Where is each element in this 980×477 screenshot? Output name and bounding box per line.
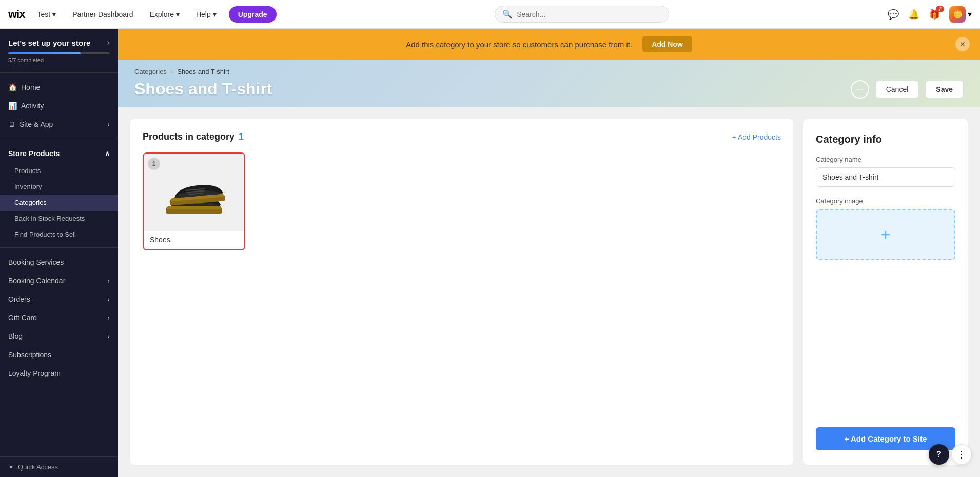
inventory-label: Inventory <box>14 183 42 190</box>
upgrade-button[interactable]: Upgrade <box>229 6 277 23</box>
sidebar-item-site-app[interactable]: 🖥 Site & App › <box>0 115 118 133</box>
products-count: 1 <box>239 131 244 142</box>
sidebar-item-booking-services[interactable]: Booking Services <box>0 253 118 272</box>
gift-icon[interactable]: 🎁 7 <box>929 9 940 20</box>
save-button[interactable]: Save <box>925 81 964 98</box>
sidebar-sub-find-products[interactable]: Find Products to Sell <box>0 226 118 242</box>
sidebar-item-activity[interactable]: 📊 Activity <box>0 97 118 115</box>
search-bar: 🔍 <box>495 6 669 23</box>
booking-calendar-label: Booking Calendar <box>8 277 103 285</box>
chat-icon[interactable]: 💬 <box>888 9 899 20</box>
loyalty-label: Loyalty Program <box>8 369 110 377</box>
sidebar-sub-products[interactable]: Products <box>0 163 118 179</box>
options-dots-icon: ⋮ <box>957 449 966 460</box>
search-container: 🔍 <box>285 6 879 23</box>
gift-card-chevron-icon: › <box>107 314 110 322</box>
category-name-field: Category name <box>816 156 955 187</box>
sidebar-expand-icon[interactable]: › <box>107 38 110 47</box>
page-header-bg: Categories › Shoes and T-shirt Shoes and… <box>118 60 980 107</box>
workspace-dropdown[interactable]: Test ▾ <box>33 8 60 21</box>
sidebar-item-orders[interactable]: Orders › <box>0 290 118 309</box>
sidebar-item-home[interactable]: 🏠 Home <box>0 78 118 97</box>
banner-add-now-button[interactable]: Add Now <box>642 36 692 52</box>
progress-text: 5/7 completed <box>8 57 110 63</box>
svg-rect-1 <box>167 206 221 209</box>
sidebar-title-row: Let's set up your store › <box>8 38 110 47</box>
back-in-stock-label: Back in Stock Requests <box>14 215 85 222</box>
search-icon: 🔍 <box>502 9 513 19</box>
product-shoe-image <box>163 166 225 218</box>
image-upload-plus-icon: + <box>881 225 891 244</box>
sidebar-item-booking-calendar[interactable]: Booking Calendar › <box>0 272 118 290</box>
subscriptions-label: Subscriptions <box>8 351 110 359</box>
site-app-icon: 🖥 <box>8 120 15 128</box>
orders-chevron-icon: › <box>107 295 110 303</box>
bell-icon[interactable]: 🔔 <box>908 9 919 20</box>
banner-close-button[interactable]: ✕ <box>955 37 970 51</box>
activity-icon: 📊 <box>8 102 17 110</box>
quick-access-label: Quick Access <box>18 463 58 471</box>
breadcrumb: Categories › Shoes and T-shirt <box>134 68 964 75</box>
product-image-container: 1 <box>144 154 244 231</box>
products-panel: Products in category 1 + Add Products 1 <box>130 119 793 465</box>
explore-dropdown[interactable]: Explore ▾ <box>145 8 183 21</box>
help-dropdown[interactable]: Help ▾ <box>192 8 221 21</box>
category-name-input[interactable] <box>816 167 955 187</box>
wix-logo: wix <box>8 8 25 21</box>
search-input[interactable] <box>517 10 661 18</box>
help-label: Help <box>196 10 211 18</box>
breadcrumb-separator: › <box>171 68 173 75</box>
sidebar-item-loyalty[interactable]: Loyalty Program <box>0 364 118 383</box>
add-products-link[interactable]: + Add Products <box>732 133 781 141</box>
sidebar-site-app-label: Site & App <box>19 120 103 128</box>
orders-label: Orders <box>8 295 103 303</box>
sidebar-divider-3 <box>0 247 118 248</box>
sidebar-sub-back-in-stock[interactable]: Back in Stock Requests <box>0 211 118 226</box>
store-products-chevron-icon: ∧ <box>105 149 110 158</box>
sidebar-sub-inventory[interactable]: Inventory <box>0 179 118 195</box>
close-icon: ✕ <box>959 40 966 48</box>
top-navigation: wix Test ▾ Partner Dashboard Explore ▾ H… <box>0 0 980 29</box>
products-in-category-label: Products in category <box>143 131 234 142</box>
sidebar-quick-access[interactable]: ✦ Quick Access <box>0 456 118 477</box>
category-name-label: Category name <box>816 156 955 163</box>
progress-bar-container <box>8 52 110 54</box>
sidebar-store-products-header[interactable]: Store Products ∧ <box>0 144 118 163</box>
page-title: Shoes and T-shirt <box>134 80 272 99</box>
breadcrumb-parent-link[interactable]: Categories <box>134 68 167 75</box>
user-avatar[interactable]: 🪙 ▾ <box>949 6 972 23</box>
booking-services-label: Booking Services <box>8 258 110 266</box>
category-info-title: Category info <box>816 133 955 145</box>
options-button[interactable]: ⋮ <box>951 444 972 465</box>
products-label: Products <box>14 167 41 175</box>
breadcrumb-current: Shoes and T-shirt <box>177 68 229 75</box>
main-layout: Let's set up your store › 5/7 completed … <box>0 29 980 477</box>
notification-badge: 7 <box>936 6 944 12</box>
categories-label: Categories <box>14 199 47 206</box>
gift-card-label: Gift Card <box>8 314 103 322</box>
cancel-button[interactable]: Cancel <box>875 81 919 98</box>
category-info-panel: Category info Category name Category ima… <box>803 119 968 465</box>
banner-message: Add this category to your store so custo… <box>406 40 632 49</box>
site-app-chevron-icon: › <box>107 120 110 128</box>
partner-dashboard-link[interactable]: Partner Dashboard <box>68 8 137 21</box>
promotional-banner: Add this category to your store so custo… <box>118 29 980 60</box>
explore-label: Explore <box>149 10 173 18</box>
category-image-upload[interactable]: + <box>816 209 955 260</box>
category-image-field: Category image + <box>816 197 955 260</box>
explore-chevron-icon: ▾ <box>176 10 180 18</box>
sidebar-item-subscriptions[interactable]: Subscriptions <box>0 346 118 364</box>
page-header-row: Shoes and T-shirt ··· Cancel Save <box>134 80 964 107</box>
products-header: Products in category 1 + Add Products <box>143 131 781 142</box>
product-number: 1 <box>148 158 160 170</box>
sidebar-item-blog[interactable]: Blog › <box>0 327 118 346</box>
sidebar-setup-title: Let's set up your store <box>8 39 90 47</box>
more-options-button[interactable]: ··· <box>851 80 869 99</box>
nav-icons: 💬 🔔 🎁 7 🪙 ▾ <box>888 6 972 23</box>
sidebar-divider-1 <box>0 72 118 73</box>
workspace-label: Test <box>37 10 50 18</box>
sidebar-sub-categories[interactable]: Categories <box>0 195 118 211</box>
product-card[interactable]: 1 <box>143 152 245 250</box>
help-button[interactable]: ? <box>929 444 949 465</box>
sidebar-item-gift-card[interactable]: Gift Card › <box>0 309 118 327</box>
